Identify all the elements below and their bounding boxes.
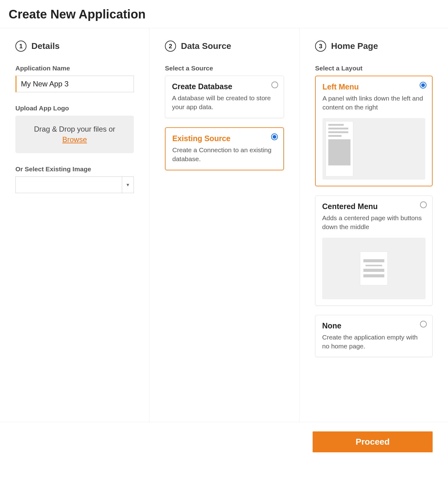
step-details-column: 1 Details Application Name Upload App Lo… (0, 28, 150, 422)
browse-link[interactable]: Browse (22, 135, 128, 144)
card-title: Centered Menu (322, 202, 426, 211)
layout-option-centered-menu[interactable]: Centered Menu Adds a centered page with … (315, 196, 433, 306)
layout-option-left-menu[interactable]: Left Menu A panel with links down the le… (315, 76, 433, 186)
source-option-create-database[interactable]: Create Database A database will be creat… (165, 76, 284, 118)
card-desc: A database will be created to store your… (172, 93, 277, 112)
wizard-columns: 1 Details Application Name Upload App Lo… (0, 28, 448, 422)
step-details-header: 1 Details (15, 41, 134, 52)
source-option-existing-source[interactable]: Existing Source Create a Connection to a… (165, 127, 284, 170)
dropzone-text: Drag & Drop your files or (34, 125, 115, 133)
existing-image-select[interactable]: ▼ (15, 177, 134, 193)
layout-preview-centered (322, 238, 426, 299)
card-desc: Create a Connection to an existing datab… (172, 145, 277, 164)
upload-dropzone[interactable]: Drag & Drop your files or Browse (15, 116, 134, 153)
step-title-details: Details (31, 41, 60, 51)
layout-preview-left (322, 118, 425, 180)
step-source-column: 2 Data Source Select a Source Create Dat… (150, 28, 300, 422)
proceed-button[interactable]: Proceed (313, 431, 433, 452)
card-desc: A panel with links down the left and con… (322, 94, 425, 112)
step-layout-column: 3 Home Page Select a Layout Left Menu A … (300, 28, 448, 422)
select-source-label: Select a Source (165, 65, 284, 72)
layout-option-none[interactable]: None Create the application empty with n… (315, 315, 433, 357)
card-desc: Adds a centered page with buttons down t… (322, 213, 426, 232)
card-title: None (322, 321, 426, 330)
card-title: Existing Source (172, 134, 277, 143)
radio-icon (271, 81, 278, 88)
page-header: Create New Application (0, 0, 448, 28)
step-number-1: 1 (15, 41, 26, 52)
preview-panel-icon (360, 252, 388, 285)
app-name-label: Application Name (15, 65, 134, 72)
card-title: Create Database (172, 82, 277, 91)
step-number-3: 3 (315, 41, 326, 52)
step-title-layout: Home Page (331, 41, 378, 51)
step-layout-header: 3 Home Page (315, 41, 433, 52)
step-number-2: 2 (165, 41, 176, 52)
chevron-down-icon: ▼ (126, 182, 130, 187)
existing-image-select-toggle[interactable]: ▼ (122, 177, 134, 193)
radio-icon (420, 201, 427, 208)
preview-panel-icon (326, 121, 353, 177)
existing-image-select-box[interactable] (15, 177, 122, 193)
card-desc: Create the application empty with no hom… (322, 333, 426, 351)
upload-logo-label: Upload App Logo (15, 105, 134, 112)
card-title: Left Menu (322, 82, 425, 91)
footer: Proceed (0, 422, 448, 462)
existing-image-label: Or Select Existing Image (15, 165, 134, 173)
radio-icon (420, 82, 426, 89)
step-source-header: 2 Data Source (165, 41, 284, 52)
radio-icon (271, 133, 278, 140)
step-title-source: Data Source (181, 41, 231, 51)
select-layout-label: Select a Layout (315, 65, 433, 72)
radio-icon (420, 321, 427, 327)
page-title: Create New Application (9, 7, 439, 21)
app-name-input[interactable] (15, 76, 134, 92)
